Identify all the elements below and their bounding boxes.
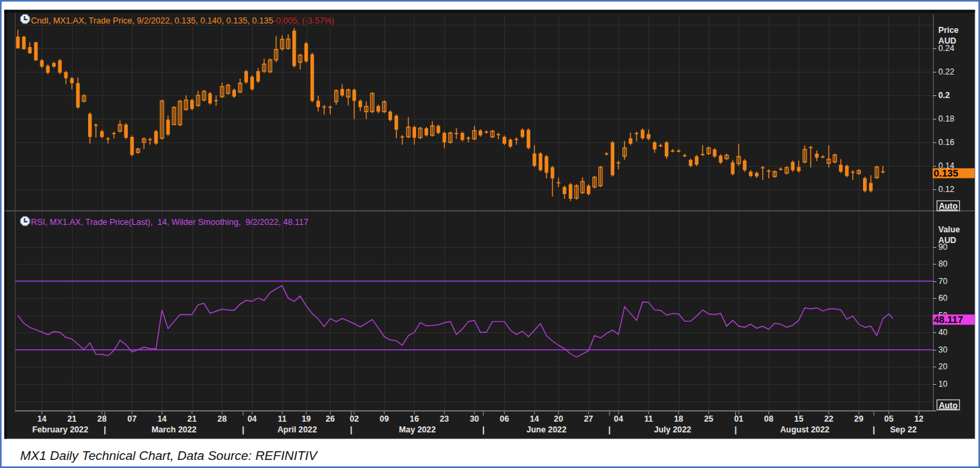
svg-text:August 2022: August 2022 xyxy=(780,425,829,434)
svg-text:RSI, MX1.AX, Trade Price(Last): RSI, MX1.AX, Trade Price(Last), 14, Wild… xyxy=(31,218,309,227)
svg-text:|: | xyxy=(735,425,737,434)
svg-text:30: 30 xyxy=(470,414,479,424)
svg-text:|: | xyxy=(104,425,106,434)
svg-text:14: 14 xyxy=(37,414,46,424)
svg-text:26: 26 xyxy=(325,414,335,424)
svg-text:|: | xyxy=(242,425,244,434)
svg-text:40: 40 xyxy=(938,328,948,337)
svg-text:23: 23 xyxy=(440,414,449,424)
svg-text:14: 14 xyxy=(157,414,167,424)
svg-text:05: 05 xyxy=(885,414,894,424)
svg-text:25: 25 xyxy=(704,414,713,424)
svg-text:11: 11 xyxy=(644,414,653,424)
svg-text:12: 12 xyxy=(914,414,924,424)
svg-text:18: 18 xyxy=(674,414,684,424)
svg-text:21: 21 xyxy=(188,414,197,424)
svg-text:28: 28 xyxy=(218,414,227,424)
svg-text:Auto: Auto xyxy=(939,401,958,410)
svg-text:01: 01 xyxy=(734,414,743,424)
svg-text:09: 09 xyxy=(380,414,389,424)
svg-text:20: 20 xyxy=(554,414,563,424)
svg-text:06: 06 xyxy=(500,414,509,424)
svg-text:16: 16 xyxy=(410,414,419,424)
svg-text:14: 14 xyxy=(530,414,539,424)
svg-text:0.135: 0.135 xyxy=(934,168,958,179)
svg-text:0.12: 0.12 xyxy=(938,185,954,194)
svg-text:11: 11 xyxy=(278,414,286,424)
svg-text:48.117: 48.117 xyxy=(934,314,963,325)
svg-text:April 2022: April 2022 xyxy=(278,425,317,434)
svg-text:0.2: 0.2 xyxy=(938,91,950,100)
svg-text:|: | xyxy=(482,425,484,434)
svg-text:08: 08 xyxy=(764,414,774,424)
svg-text:21: 21 xyxy=(67,414,77,424)
svg-text:Price: Price xyxy=(938,26,958,35)
svg-text:07: 07 xyxy=(128,414,137,424)
svg-text:04: 04 xyxy=(614,414,623,424)
svg-text:27: 27 xyxy=(584,414,594,424)
svg-text:March 2022: March 2022 xyxy=(151,425,196,434)
svg-text:May 2022: May 2022 xyxy=(399,425,436,434)
svg-text:February 2022: February 2022 xyxy=(32,425,89,434)
svg-text:0.22: 0.22 xyxy=(938,67,954,77)
svg-text:29: 29 xyxy=(854,414,864,424)
svg-text:60: 60 xyxy=(938,293,948,303)
svg-text:Value: Value xyxy=(938,225,960,234)
svg-text:28: 28 xyxy=(97,414,107,424)
svg-text:90: 90 xyxy=(938,242,948,252)
svg-text:04: 04 xyxy=(247,414,257,424)
svg-text:80: 80 xyxy=(938,259,948,269)
svg-text:30: 30 xyxy=(938,345,948,355)
svg-text:70: 70 xyxy=(938,277,948,286)
svg-text:Sep 22: Sep 22 xyxy=(890,425,917,434)
svg-text:0.16: 0.16 xyxy=(938,138,954,147)
svg-text:Auto: Auto xyxy=(939,201,958,211)
svg-text:0.24: 0.24 xyxy=(938,44,954,53)
svg-text:22: 22 xyxy=(824,414,833,424)
svg-text:|: | xyxy=(350,425,352,434)
svg-text:July 2022: July 2022 xyxy=(654,425,692,434)
svg-text:15: 15 xyxy=(794,414,804,424)
svg-text:|: | xyxy=(872,425,874,434)
svg-text:Cndl, MX1.AX, Trade Price, 9/2: Cndl, MX1.AX, Trade Price, 9/2/2022, 0.1… xyxy=(31,16,335,26)
svg-text:10: 10 xyxy=(938,379,948,389)
svg-text:19: 19 xyxy=(302,414,311,424)
svg-text:|: | xyxy=(608,425,610,434)
svg-text:0.18: 0.18 xyxy=(938,114,954,124)
svg-text:02: 02 xyxy=(350,414,359,424)
svg-text:20: 20 xyxy=(938,362,948,371)
svg-text:June 2022: June 2022 xyxy=(526,425,567,434)
svg-text:MX1 Daily Technical Chart, Dat: MX1 Daily Technical Chart, Data Source: … xyxy=(20,449,319,463)
